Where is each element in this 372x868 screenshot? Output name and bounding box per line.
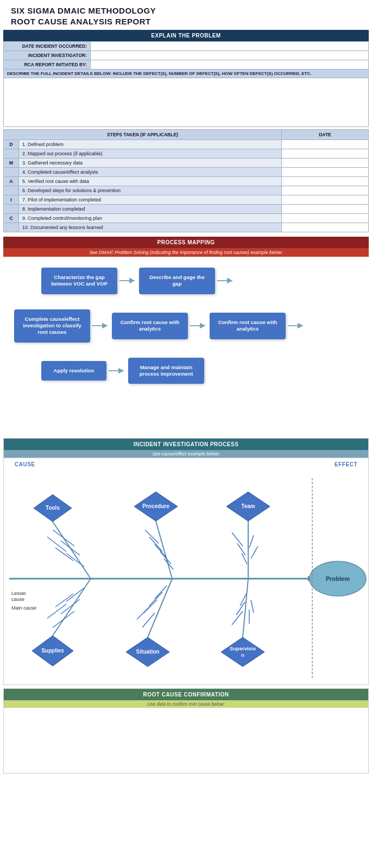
step-text-7: 8. Implementation completed <box>19 205 282 214</box>
rca-subtitle: Use data to confirm root cause below: <box>4 700 368 708</box>
svg-line-32 <box>249 535 254 548</box>
page-title-line1: SIX SIGMA DMAIC METHODOLOGY <box>11 5 361 16</box>
flow-row-2: Complete cause/effect investigation to c… <box>9 309 363 343</box>
steps-header-row: STEPS TAKEN (IF APPLICABLE) DATE <box>4 130 369 140</box>
step-phase-1 <box>4 149 19 159</box>
svg-text:cause: cause <box>11 597 24 602</box>
explain-header: EXPLAIN THE PROBLEM <box>3 30 369 41</box>
svg-line-37 <box>53 611 74 628</box>
svg-line-24 <box>160 552 171 564</box>
investigator-label: INCIDENT INVESTIGATOR: <box>4 51 91 60</box>
svg-text:Procedure: Procedure <box>142 503 169 509</box>
svg-line-41 <box>66 588 84 601</box>
rca-header: ROOT CAUSE CONFIRMATION <box>4 689 368 700</box>
explain-section: EXPLAIN THE PROBLEM DATE INCIDENT OCCURR… <box>3 30 369 127</box>
step-date-7[interactable] <box>282 205 369 214</box>
page-title-line2: ROOT CAUSE ANALYSIS REPORT <box>11 16 361 27</box>
flow-box-2-1: Complete cause/effect investigation to c… <box>14 309 90 343</box>
steps-col2: DATE <box>282 130 369 140</box>
flow-box-2-2: Confirm root cause with analytics <box>112 313 188 339</box>
svg-text:Supervisio: Supervisio <box>230 645 256 651</box>
flow-arrow-2-3 <box>286 320 307 331</box>
field-rca-initiated: RCA REPORT INITIATED BY: <box>4 60 369 69</box>
step-date-0[interactable] <box>282 140 369 149</box>
process-mapping-header: PROCESS MAPPING <box>3 237 369 248</box>
step-row-1: 2. Mapped out process (if applicable) <box>4 149 369 159</box>
step-row-4: A5. Verified root cause with data <box>4 177 369 186</box>
step-date-2[interactable] <box>282 159 369 168</box>
step-row-0: D1. Defined problem <box>4 140 369 149</box>
field-date: DATE INCIDENT OCCURRED: <box>4 42 369 51</box>
flow-arrow-1-2 <box>215 275 237 286</box>
process-mapping-section: PROCESS MAPPING See DMAIC Problem Solvin… <box>3 235 369 436</box>
svg-text:Lesser: Lesser <box>11 591 26 596</box>
rca-label: RCA REPORT INITIATED BY: <box>4 60 91 69</box>
step-date-8[interactable] <box>282 214 369 223</box>
svg-text:Team: Team <box>241 503 255 509</box>
step-phase-9 <box>4 223 19 232</box>
svg-text:Problem: Problem <box>326 575 350 582</box>
step-phase-4: A <box>4 177 19 186</box>
flow-diagram: Characterize the gap between VOC and VOP… <box>3 257 369 436</box>
step-row-3: 4. Completed cause/effect analysis <box>4 168 369 177</box>
svg-line-53 <box>243 579 248 637</box>
fishbone-diagram: Problem Tools Procedure <box>4 467 368 685</box>
page-header: SIX SIGMA DMAIC METHODOLOGY ROOT CAUSE A… <box>3 0 369 30</box>
step-date-5[interactable] <box>282 186 369 195</box>
process-mapping-subtitle: See DMAIC Problem Solving (indicating th… <box>3 248 369 257</box>
step-date-1[interactable] <box>282 149 369 159</box>
step-phase-6: I <box>4 195 19 205</box>
rca-value[interactable] <box>91 60 369 69</box>
svg-line-14 <box>47 537 66 552</box>
cause-effect-header: CAUSE EFFECT <box>4 458 368 467</box>
flow-box-3-1: Apply resolution <box>41 361 106 381</box>
step-phase-7 <box>4 205 19 214</box>
step-date-4[interactable] <box>282 177 369 186</box>
step-text-6: 7. Pilot of implementation completed <box>19 195 282 205</box>
step-text-2: 3. Gathered necessary data <box>19 159 282 168</box>
flow-arrow-2-2 <box>188 320 210 331</box>
svg-text:Main cause: Main cause <box>11 605 36 611</box>
svg-line-39 <box>61 599 80 614</box>
step-phase-2: M <box>4 159 19 168</box>
svg-line-47 <box>144 600 157 613</box>
step-date-9[interactable] <box>282 223 369 232</box>
rca-section: ROOT CAUSE CONFIRMATION Use data to conf… <box>3 688 369 774</box>
date-value[interactable] <box>91 42 369 51</box>
incident-section: Incident Investigation Process See cause… <box>3 438 369 685</box>
flow-arrow-1-1 <box>117 275 139 286</box>
incident-header: Incident Investigation Process <box>4 439 368 450</box>
step-text-1: 2. Mapped out process (if applicable) <box>19 149 282 159</box>
svg-line-40 <box>55 594 73 607</box>
step-text-9: 10. Documented any lessons learned <box>19 223 282 232</box>
svg-line-20 <box>156 521 172 579</box>
step-phase-3 <box>4 168 19 177</box>
steps-table: STEPS TAKEN (IF APPLICABLE) DATE D1. Def… <box>3 129 369 232</box>
svg-line-36 <box>53 579 91 636</box>
svg-text:n: n <box>241 652 244 658</box>
flow-box-2-3: Confirm root cause with analytics <box>210 313 286 339</box>
desc-label: DESCRIBE THE FULL INCIDENT DETAILS BELOW… <box>4 69 369 78</box>
step-row-7: 8. Implementation completed <box>4 205 369 214</box>
steps-col1: STEPS TAKEN (IF APPLICABLE) <box>4 130 282 140</box>
step-row-8: C9. Completed control/monitoring plan <box>4 214 369 223</box>
desc-value[interactable] <box>4 78 369 127</box>
desc-label-row: DESCRIBE THE FULL INCIDENT DETAILS BELOW… <box>4 69 369 78</box>
step-row-5: 6. Developed steps for solutions & preve… <box>4 186 369 195</box>
svg-line-31 <box>242 553 247 564</box>
flow-box-1-1: Characterize the gap between VOC and VOP <box>41 268 117 294</box>
svg-line-33 <box>251 546 258 559</box>
step-phase-8: C <box>4 214 19 223</box>
date-label: DATE INCIDENT OCCURRED: <box>4 42 91 51</box>
step-date-6[interactable] <box>282 195 369 205</box>
step-phase-0: D <box>4 140 19 149</box>
svg-line-21 <box>145 530 159 543</box>
svg-text:Supplies: Supplies <box>41 648 64 654</box>
flow-row-3: Apply resolution Manage and maintain pro… <box>9 358 363 384</box>
step-text-5: 6. Developed steps for solutions & preve… <box>19 186 282 195</box>
cause-label: CAUSE <box>15 461 35 467</box>
field-investigator: INCIDENT INVESTIGATOR: <box>4 51 369 60</box>
investigator-value[interactable] <box>91 51 369 60</box>
step-date-3[interactable] <box>282 168 369 177</box>
explain-table: DATE INCIDENT OCCURRED: INCIDENT INVESTI… <box>3 41 369 127</box>
